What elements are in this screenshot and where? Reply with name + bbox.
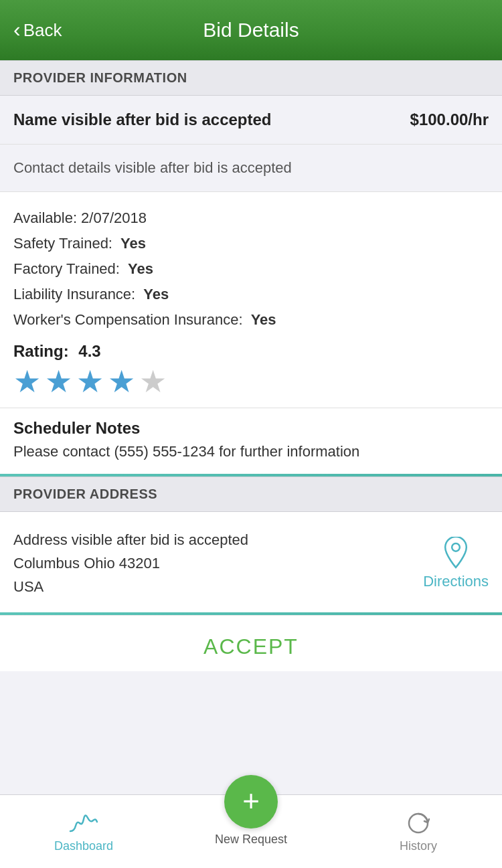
- rating-row: Rating: 4.3 ★ ★ ★ ★ ★: [13, 333, 489, 401]
- nav-item-dashboard[interactable]: Dashboard: [0, 795, 167, 868]
- address-line-1: Address visible after bid is accepted: [13, 528, 248, 551]
- bottom-nav-spacer: [0, 671, 502, 745]
- dashboard-icon: [69, 812, 98, 834]
- provider-name: Name visible after bid is accepted: [13, 110, 410, 129]
- provider-address-heading: PROVIDER ADDRESS: [13, 487, 157, 501]
- star-2: ★: [45, 366, 72, 397]
- page-title: Bid Details: [203, 19, 299, 41]
- workers-comp-value: Yes: [251, 311, 276, 328]
- liability-value: Yes: [143, 286, 169, 302]
- address-block: Address visible after bid is accepted Co…: [0, 512, 502, 612]
- plus-icon: +: [242, 786, 260, 816]
- directions-pin-icon: [439, 537, 473, 570]
- address-left: Address visible after bid is accepted Co…: [13, 528, 248, 599]
- back-arrow-icon: ‹: [13, 19, 21, 40]
- safety-trained-row: Safety Trained: Yes: [13, 231, 489, 256]
- directions-label: Directions: [423, 573, 489, 590]
- history-icon-wrap: [402, 810, 435, 837]
- dashboard-icon-wrap: [67, 810, 100, 837]
- star-5: ★: [139, 366, 167, 397]
- accept-section[interactable]: ACCEPT: [0, 615, 502, 671]
- provider-address-section-header: PROVIDER ADDRESS: [0, 476, 502, 512]
- back-label: Back: [23, 20, 62, 41]
- app-header: ‹ Back Bid Details: [0, 0, 502, 60]
- factory-trained-label: Factory Trained:: [13, 260, 120, 277]
- star-3: ★: [76, 366, 104, 397]
- directions-button[interactable]: Directions: [423, 537, 489, 590]
- provider-info-section-header: PROVIDER INFORMATION: [0, 60, 502, 96]
- safety-trained-value: Yes: [120, 235, 146, 252]
- scheduler-notes-text: Please contact (555) 555-1234 for furthe…: [13, 443, 489, 460]
- liability-label: Liability Insurance:: [13, 286, 135, 302]
- new-request-fab[interactable]: +: [224, 775, 278, 829]
- history-icon: [406, 811, 430, 835]
- svg-point-0: [452, 543, 460, 551]
- stars-container: ★ ★ ★ ★ ★: [13, 366, 489, 397]
- workers-comp-label: Worker's Compensation Insurance:: [13, 311, 243, 328]
- provider-name-row: Name visible after bid is accepted $100.…: [0, 96, 502, 145]
- rating-label: Rating: 4.3: [13, 342, 101, 360]
- contact-row: Contact details visible after bid is acc…: [0, 145, 502, 192]
- available-row: Available: 2/07/2018: [13, 205, 489, 231]
- nav-item-new-request[interactable]: + New Request: [167, 795, 335, 868]
- new-request-label: New Request: [215, 833, 287, 847]
- rating-value: 4.3: [78, 342, 100, 360]
- workers-comp-row: Worker's Compensation Insurance: Yes: [13, 307, 489, 333]
- factory-trained-row: Factory Trained: Yes: [13, 256, 489, 282]
- scheduler-notes-block: Scheduler Notes Please contact (555) 555…: [0, 408, 502, 474]
- accept-label[interactable]: ACCEPT: [203, 634, 299, 659]
- star-1: ★: [13, 366, 41, 397]
- provider-info-heading: PROVIDER INFORMATION: [13, 70, 187, 85]
- star-4: ★: [108, 366, 135, 397]
- liability-row: Liability Insurance: Yes: [13, 282, 489, 307]
- available-label: Available: 2/07/2018: [13, 209, 147, 226]
- address-line-2: Columbus Ohio 43201: [13, 551, 248, 575]
- history-label: History: [400, 839, 437, 853]
- nav-item-history[interactable]: History: [335, 795, 502, 868]
- bottom-nav: Dashboard + New Request History: [0, 794, 502, 868]
- provider-rate: $100.00/hr: [410, 110, 489, 129]
- factory-trained-value: Yes: [128, 260, 153, 277]
- provider-contact: Contact details visible after bid is acc…: [13, 159, 292, 176]
- back-button[interactable]: ‹ Back: [13, 20, 62, 41]
- address-line-3: USA: [13, 575, 248, 598]
- safety-trained-label: Safety Trained:: [13, 235, 112, 252]
- provider-details-block: Available: 2/07/2018 Safety Trained: Yes…: [0, 192, 502, 408]
- scheduler-notes-title: Scheduler Notes: [13, 419, 489, 438]
- dashboard-label: Dashboard: [54, 839, 113, 853]
